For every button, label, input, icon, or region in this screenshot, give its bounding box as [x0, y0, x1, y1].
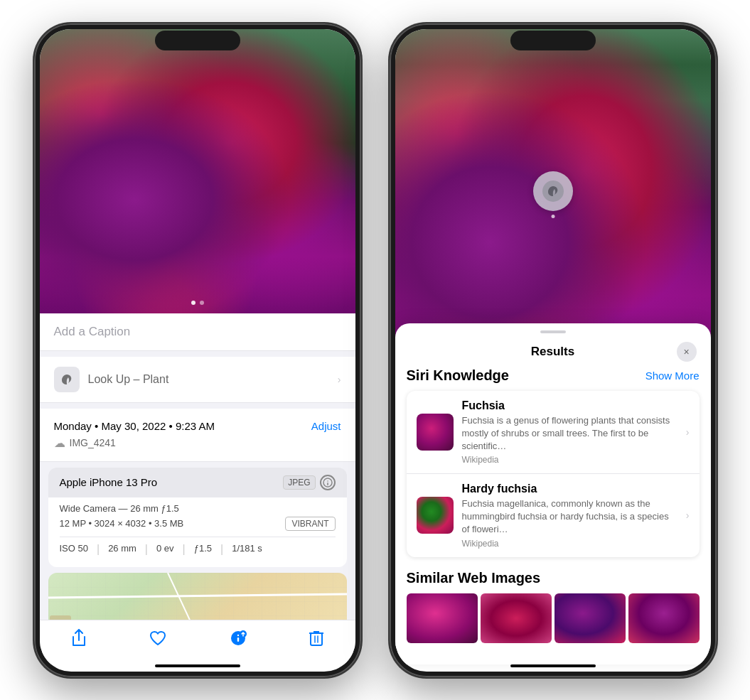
fuchsia-info: Fuchsia Fuchsia is a genus of flowering … — [462, 399, 677, 465]
siri-knowledge-title: Siri Knowledge — [407, 367, 509, 384]
hardy-thumb-image — [417, 497, 454, 534]
siri-visual-button[interactable] — [533, 171, 573, 211]
date-section: Monday • May 30, 2022 • 9:23 AM Adjust ☁… — [40, 409, 355, 462]
leaf-icon — [60, 372, 74, 387]
left-phone: Add a Caption Look Up – Plant › — [34, 23, 361, 677]
svg-rect-2 — [327, 483, 328, 485]
siri-dot — [551, 215, 555, 218]
siri-knowledge-header: Siri Knowledge Show More — [407, 367, 700, 384]
map-thumbnail[interactable] — [48, 573, 347, 620]
map-roads — [48, 573, 347, 620]
notch-right — [510, 31, 596, 50]
lookup-row[interactable]: Look Up – Plant › — [40, 357, 355, 403]
left-screen: Add a Caption Look Up – Plant › — [40, 29, 355, 672]
hardy-fuchsia-description: Fuchsia magellanica, commonly known as t… — [462, 497, 677, 537]
siri-knowledge-section: Siri Knowledge Show More Fuchsia — [395, 367, 711, 557]
notch-left — [155, 31, 240, 50]
mp-row: 12 MP • 3024 × 4032 • 3.5 MB VIBRANT — [60, 517, 336, 531]
fuchsia-thumbnail — [417, 414, 454, 451]
flower-background — [40, 29, 355, 313]
lookup-label: Look Up – Plant — [88, 373, 169, 386]
svg-rect-9 — [237, 637, 239, 642]
iso-row: ISO 50 | 26 mm | 0 ev | ƒ1.5 | 1/181 s — [60, 537, 336, 561]
cloud-icon: ☁ — [54, 436, 65, 450]
main-container: Add a Caption Look Up – Plant › — [6, 9, 745, 691]
hardy-fuchsia-source: Wikipedia — [462, 539, 677, 549]
fuchsia-description: Fuchsia is a genus of flowering plants t… — [462, 414, 677, 453]
knowledge-card: Fuchsia Fuchsia is a genus of flowering … — [407, 391, 700, 557]
delete-button[interactable] — [309, 630, 323, 647]
adjust-button[interactable]: Adjust — [311, 420, 341, 432]
camera-settings-icon[interactable] — [320, 475, 336, 490]
similar-image-2[interactable] — [481, 593, 552, 643]
caption-area[interactable]: Add a Caption — [40, 313, 355, 351]
similar-images-section: Similar Web Images — [395, 559, 711, 649]
right-home-indicator — [510, 664, 596, 667]
toolbar — [40, 620, 355, 664]
page-dots — [191, 301, 204, 305]
favorite-button[interactable] — [149, 630, 166, 646]
vibrant-badge: VIBRANT — [285, 517, 335, 531]
results-header: Results × — [395, 333, 711, 367]
hardy-chevron-icon: › — [686, 510, 690, 521]
ev-value: 0 ev — [156, 543, 174, 556]
flower-photo[interactable] — [40, 29, 355, 313]
info-button[interactable] — [230, 630, 247, 647]
mp-text: 12 MP • 3024 × 4032 • 3.5 MB — [60, 518, 184, 529]
shutter-speed: 1/181 s — [232, 543, 262, 556]
fuchsia-name: Fuchsia — [462, 399, 677, 412]
results-title: Results — [429, 345, 677, 359]
wide-camera-text: Wide Camera — 26 mm ƒ1.5 — [60, 503, 336, 514]
home-indicator — [155, 664, 240, 667]
svg-point-1 — [327, 480, 328, 482]
filename-row: ☁ IMG_4241 — [54, 436, 341, 450]
fuchsia-source: Wikipedia — [462, 455, 677, 465]
svg-line-4 — [48, 594, 347, 598]
info-section: Add a Caption Look Up – Plant › — [40, 313, 355, 620]
camera-section: Apple iPhone 13 Pro JPEG — [48, 468, 347, 567]
iso-value: ISO 50 — [60, 543, 88, 556]
similar-images-grid — [407, 593, 700, 643]
svg-rect-6 — [50, 615, 71, 620]
hardy-fuchsia-name: Hardy fuchsia — [462, 483, 677, 495]
fuchsia-thumb-image — [417, 414, 454, 451]
similar-image-1[interactable] — [407, 593, 478, 643]
hardy-fuchsia-item[interactable]: Hardy fuchsia Fuchsia magellanica, commo… — [407, 474, 700, 557]
close-button[interactable]: × — [677, 342, 697, 362]
share-button[interactable] — [71, 629, 87, 647]
fuchsia-chevron-icon: › — [686, 426, 690, 438]
right-screen: Results × Siri Knowledge Show More — [395, 29, 711, 672]
show-more-button[interactable]: Show More — [645, 370, 700, 382]
camera-header: Apple iPhone 13 Pro JPEG — [48, 468, 347, 497]
focal-length: 26 mm — [108, 543, 136, 556]
svg-point-8 — [237, 634, 239, 635]
dot-1 — [191, 301, 195, 305]
results-panel: Results × Siri Knowledge Show More — [395, 323, 711, 664]
aperture-value: ƒ1.5 — [194, 543, 212, 556]
dot-2 — [200, 301, 204, 305]
camera-name: Apple iPhone 13 Pro — [60, 476, 158, 488]
date-row: Monday • May 30, 2022 • 9:23 AM Adjust — [54, 420, 341, 432]
date-text: Monday • May 30, 2022 • 9:23 AM — [54, 420, 215, 432]
lookup-chevron-icon: › — [338, 374, 341, 385]
filename: IMG_4241 — [70, 437, 116, 448]
lookup-icon-container — [54, 367, 80, 392]
fuchsia-item[interactable]: Fuchsia Fuchsia is a genus of flowering … — [407, 391, 700, 475]
svg-rect-11 — [311, 633, 322, 645]
caption-placeholder: Add a Caption — [54, 325, 131, 338]
similar-images-title: Similar Web Images — [407, 570, 700, 586]
similar-image-3[interactable] — [555, 593, 626, 643]
hardy-fuchsia-info: Hardy fuchsia Fuchsia magellanica, commo… — [462, 483, 677, 549]
camera-details: Wide Camera — 26 mm ƒ1.5 12 MP • 3024 × … — [48, 497, 347, 567]
hardy-fuchsia-thumbnail — [417, 497, 454, 534]
right-phone: Results × Siri Knowledge Show More — [390, 23, 717, 677]
jpeg-badge: JPEG — [283, 475, 315, 490]
siri-inner-icon — [542, 181, 564, 202]
right-screen-content: Results × Siri Knowledge Show More — [395, 29, 711, 664]
similar-image-4[interactable] — [628, 593, 700, 643]
